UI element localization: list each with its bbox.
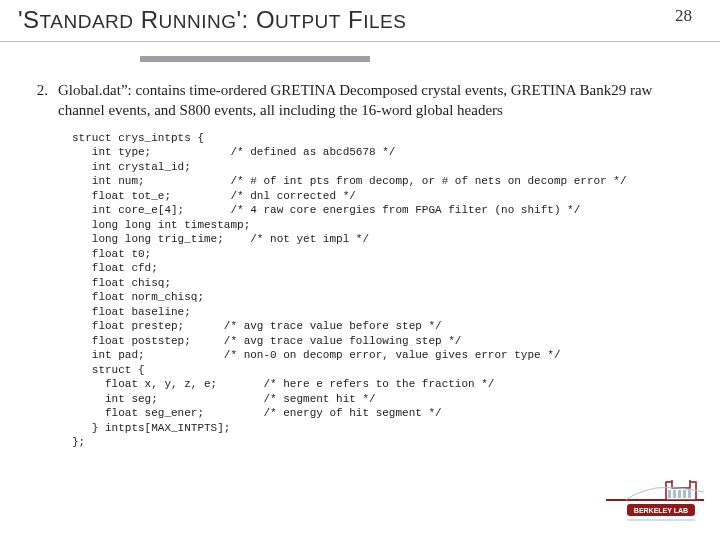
list-item-number: 2. xyxy=(28,80,48,100)
list-item-text: Global.dat”: contains time-ordered GRETI… xyxy=(58,80,692,121)
slide-title: 'STANDARD RUNNING': OUTPUT FILES xyxy=(18,6,406,34)
page-number: 28 xyxy=(675,6,692,26)
logo-label: BERKELEY LAB xyxy=(634,507,688,514)
list-item: 2. Global.dat”: contains time-ordered GR… xyxy=(28,80,692,121)
svg-rect-6 xyxy=(683,490,686,498)
berkeley-lab-logo: BERKELEY LAB xyxy=(606,480,704,528)
slide-header: 'STANDARD RUNNING': OUTPUT FILES 28 xyxy=(0,0,720,50)
svg-rect-5 xyxy=(678,490,681,498)
struct-code: struct crys_intpts { int type; /* define… xyxy=(72,131,692,450)
svg-rect-3 xyxy=(668,490,671,498)
svg-rect-4 xyxy=(673,490,676,498)
slide-body: 2. Global.dat”: contains time-ordered GR… xyxy=(0,50,720,450)
header-accent-bar xyxy=(140,56,370,62)
header-underline xyxy=(0,41,720,42)
svg-rect-2 xyxy=(672,480,690,488)
svg-rect-7 xyxy=(688,490,691,498)
